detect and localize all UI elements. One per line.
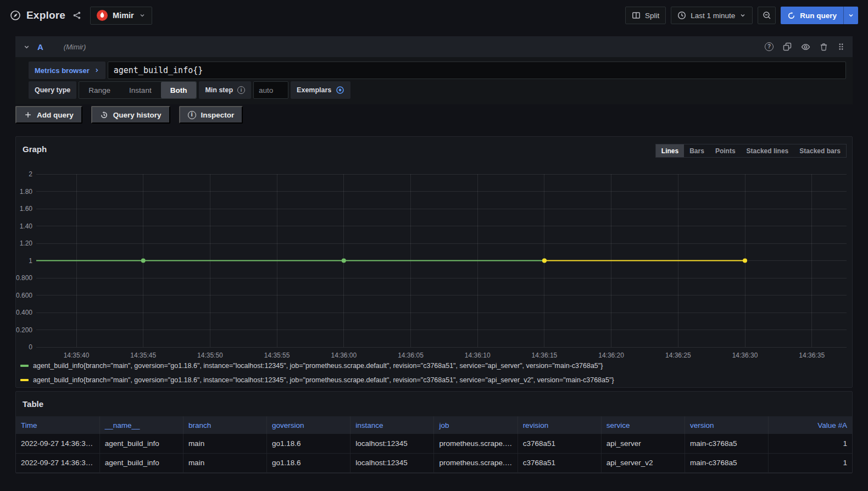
graph-style-option-stacked-lines[interactable]: Stacked lines [741, 144, 794, 157]
table-cell: 1 [769, 453, 852, 472]
graph-style-option-lines[interactable]: Lines [656, 144, 684, 157]
y-axis-tick-label: 1.40 [20, 222, 33, 230]
share-icon[interactable] [73, 11, 81, 20]
exemplars-field: Exemplars [291, 81, 350, 99]
table-panel: Table Time__name__branchgoversioninstanc… [15, 391, 853, 473]
toggle-visibility-eye-icon[interactable] [801, 42, 810, 52]
table-header-time[interactable]: Time [16, 416, 99, 434]
table-header-goversion[interactable]: goversion [267, 416, 350, 434]
graph-panel-title: Graph [23, 144, 47, 154]
x-axis-tick-label: 14:36:10 [465, 351, 491, 359]
table-header-instance[interactable]: instance [350, 416, 434, 434]
table-cell: c3768a51 [518, 434, 601, 453]
run-query-label: Run query [800, 12, 837, 20]
series-point [743, 259, 747, 263]
y-axis-tick-label: 1 [29, 257, 32, 265]
exemplars-toggle-icon[interactable] [336, 86, 344, 94]
inspector-label: Inspector [201, 111, 235, 119]
table-header-branch[interactable]: branch [183, 416, 266, 434]
query-editor-row: A (Mimir) ? [15, 36, 853, 104]
table-cell: 1 [769, 434, 852, 453]
run-query-button[interactable]: Run query [781, 7, 858, 24]
x-axis-tick-label: 14:36:25 [665, 351, 691, 359]
chevron-right-icon [94, 68, 99, 73]
inspector-button[interactable]: i Inspector [179, 106, 243, 124]
table-header-service[interactable]: service [601, 416, 685, 434]
series-point [342, 259, 346, 263]
series-point [542, 259, 547, 263]
x-axis-tick-label: 14:35:45 [130, 351, 156, 359]
table-header-version[interactable]: version [685, 416, 769, 434]
series-label: agent_build_info{branch="main", goversio… [33, 376, 614, 384]
series-color-swatch [20, 379, 29, 381]
table-row: 2022-09-27 14:36:37…agent_build_infomain… [16, 453, 852, 472]
min-step-label: Min step [205, 86, 233, 94]
collapse-chevron-icon[interactable] [23, 43, 30, 51]
table-cell: localhost:12345 [350, 453, 434, 472]
split-columns-icon [632, 11, 641, 20]
x-axis-tick-label: 14:36:05 [398, 351, 424, 359]
datasource-picker[interactable]: Mimir [90, 7, 152, 25]
y-axis-tick-label: 1.20 [20, 239, 33, 247]
y-axis-tick-label: 1.60 [20, 205, 33, 213]
series-point [141, 259, 146, 263]
min-step-input[interactable] [253, 81, 288, 99]
graph-legend: agent_build_info{branch="main", goversio… [20, 359, 614, 387]
table-header--name-[interactable]: __name__ [99, 416, 183, 434]
table-header-revision[interactable]: revision [518, 416, 601, 434]
table-cell: c3768a51 [518, 453, 601, 472]
y-axis-tick-label: 0.600 [16, 292, 32, 299]
run-query-main[interactable]: Run query [781, 7, 843, 24]
table-cell: agent_build_info [99, 453, 183, 472]
delete-query-trash-icon[interactable] [820, 42, 828, 51]
legend-item[interactable]: agent_build_info{branch="main", goversio… [20, 373, 614, 387]
min-step-field-label: Min step i [199, 81, 251, 99]
time-range-label: Last 1 minute [691, 12, 735, 20]
results-table: Time__name__branchgoversioninstancejobre… [16, 416, 852, 473]
query-type-option-both[interactable]: Both [161, 82, 197, 98]
secondary-actions: Add query Query history i Inspector [15, 106, 243, 124]
query-history-button[interactable]: Query history [91, 106, 170, 124]
sync-icon [787, 12, 795, 20]
table-header-value-a[interactable]: Value #A [769, 416, 852, 434]
query-type-radio-group: RangeInstantBoth [79, 81, 197, 99]
duplicate-query-icon[interactable] [783, 42, 792, 51]
help-icon[interactable]: ? [765, 42, 774, 51]
table-cell: 2022-09-27 14:36:37… [16, 434, 99, 453]
query-row-header: A (Mimir) ? [15, 36, 853, 57]
x-axis-tick-label: 14:36:30 [732, 351, 758, 359]
query-editor-body: Metrics browser agent_build_info{} Query… [15, 57, 853, 104]
table-header-job[interactable]: job [434, 416, 518, 434]
legend-item[interactable]: agent_build_info{branch="main", goversio… [20, 359, 614, 373]
query-type-label: Query type [29, 81, 76, 99]
datasource-name: Mimir [113, 11, 134, 20]
table-cell: main [183, 434, 266, 453]
page-title: Explore [26, 9, 65, 21]
explore-toolbar: Explore Mimir [0, 0, 868, 31]
zoom-out-button[interactable] [758, 7, 776, 24]
metrics-browser-button[interactable]: Metrics browser [29, 62, 105, 79]
time-range-picker[interactable]: Last 1 minute [671, 7, 753, 24]
table-cell: go1.18.6 [267, 453, 350, 472]
add-query-button[interactable]: Add query [15, 106, 82, 124]
graph-style-option-bars[interactable]: Bars [684, 144, 710, 157]
info-icon[interactable]: i [237, 86, 245, 94]
table-cell: go1.18.6 [267, 434, 350, 453]
promql-query-input[interactable]: agent_build_info{} [108, 62, 846, 79]
query-type-option-range[interactable]: Range [79, 82, 120, 98]
y-axis-tick-label: 0 [29, 343, 32, 351]
drag-handle-grip-icon[interactable] [837, 42, 845, 51]
query-datasource-hint: (Mimir) [64, 43, 86, 51]
graph-panel: Graph LinesBarsPointsStacked linesStacke… [15, 136, 853, 388]
series-label: agent_build_info{branch="main", goversio… [33, 362, 603, 370]
graph-style-option-points[interactable]: Points [710, 144, 741, 157]
x-axis-tick-label: 14:35:55 [264, 351, 290, 359]
graph-canvas[interactable]: 21.801.601.401.2010.8000.6000.4000.20001… [16, 163, 853, 362]
split-button[interactable]: Split [625, 7, 666, 24]
grafana-explore-app: Explore Mimir [0, 0, 868, 491]
run-query-dropdown[interactable] [843, 7, 858, 24]
table-cell: main-c3768a5 [685, 453, 769, 472]
graph-style-option-stacked-bars[interactable]: Stacked bars [794, 144, 846, 157]
query-type-option-instant[interactable]: Instant [120, 82, 161, 98]
table-cell: agent_build_info [99, 434, 183, 453]
